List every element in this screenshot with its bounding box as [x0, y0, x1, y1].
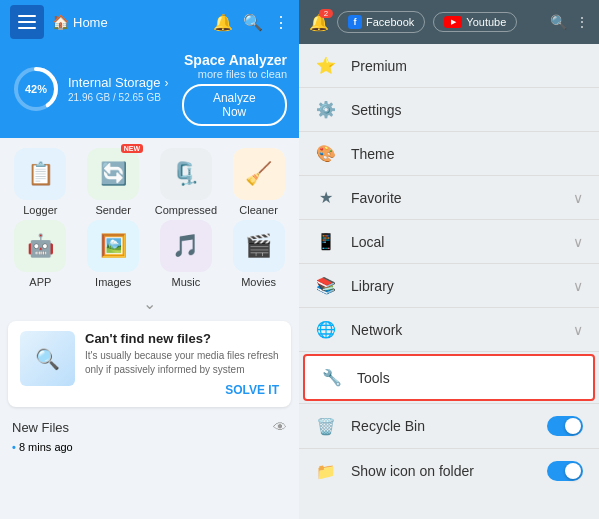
app-item-music[interactable]: 🎵 Music: [152, 220, 221, 288]
youtube-icon: ▶: [444, 16, 462, 28]
drawer-item-tools[interactable]: 🔧 Tools: [303, 354, 595, 401]
left-panel: 🏠 Home 🔔 🔍 ⋮ 42% I: [0, 0, 299, 519]
new-files-row: New Files 👁: [0, 413, 299, 439]
images-icon: 🖼️: [87, 220, 139, 272]
settings-icon: ⚙️: [315, 100, 337, 119]
music-label: Music: [172, 276, 201, 288]
cleaner-icon: 🧹: [233, 148, 285, 200]
logger-icon: 📋: [14, 148, 66, 200]
time-ago: • 8 mins ago: [0, 439, 299, 455]
analyzer-section: Space Analyzer more files to clean Analy…: [182, 52, 288, 126]
network-chevron-icon: ∨: [573, 322, 583, 338]
storage-percent: 42%: [25, 83, 47, 95]
storage-arrow-icon: ›: [165, 76, 169, 90]
drawer-item-premium[interactable]: ⭐ Premium: [299, 44, 599, 87]
app-grid: 📋 Logger 🔄 NEW Sender 🗜️ Compressed 🧹 Cl…: [0, 138, 299, 292]
expand-grid-button[interactable]: ⌄: [0, 292, 299, 315]
app-icon: 🤖: [14, 220, 66, 272]
menu-button[interactable]: [10, 5, 44, 39]
home-button[interactable]: 🏠 Home: [52, 14, 108, 30]
drawer-list: ⭐ Premium ⚙️ Settings 🎨 Theme ★ Favorite…: [299, 44, 599, 519]
sender-icon: 🔄 NEW: [87, 148, 139, 200]
storage-info: Internal Storage › 21.96 GB / 52.65 GB: [68, 75, 174, 103]
settings-label: Settings: [351, 102, 583, 118]
logger-label: Logger: [23, 204, 57, 216]
show-icon-toggle[interactable]: [547, 461, 583, 481]
notification-icon[interactable]: 🔔: [213, 13, 233, 32]
drawer-more-icon[interactable]: ⋮: [575, 14, 589, 30]
recycle-bin-icon: 🗑️: [315, 417, 337, 436]
folder-icon: 📁: [315, 462, 337, 481]
movies-label: Movies: [241, 276, 276, 288]
library-icon: 📚: [315, 276, 337, 295]
facebook-button[interactable]: f Facebook: [337, 11, 425, 33]
music-icon: 🎵: [160, 220, 212, 272]
drawer-top-bar: 🔔 2 f Facebook ▶ Youtube 🔍 ⋮: [299, 0, 599, 44]
facebook-icon: f: [348, 15, 362, 29]
drawer-search-icon[interactable]: 🔍: [550, 14, 567, 30]
drawer-item-recycle-bin[interactable]: 🗑️ Recycle Bin: [299, 404, 599, 448]
analyzer-subtitle: more files to clean: [198, 68, 287, 80]
top-icons: 🔔 🔍 ⋮: [213, 13, 289, 32]
info-illustration: 🔍: [20, 331, 75, 386]
library-label: Library: [351, 278, 559, 294]
cleaner-label: Cleaner: [239, 204, 278, 216]
app-item-cleaner[interactable]: 🧹 Cleaner: [224, 148, 293, 216]
compressed-label: Compressed: [155, 204, 217, 216]
storage-analyzer-row: 42% Internal Storage › 21.96 GB / 52.65 …: [0, 44, 299, 138]
analyze-now-button[interactable]: Analyze Now: [182, 84, 288, 126]
info-content: Can't find new files? It's usually becau…: [85, 331, 279, 397]
drawer-item-settings[interactable]: ⚙️ Settings: [299, 88, 599, 131]
local-icon: 📱: [315, 232, 337, 251]
premium-icon: ⭐: [315, 56, 337, 75]
storage-progress: 42%: [12, 65, 60, 113]
compressed-icon: 🗜️: [160, 148, 212, 200]
drawer-top-icons: 🔍 ⋮: [550, 14, 589, 30]
info-body: It's usually because your media files re…: [85, 349, 279, 377]
new-badge: NEW: [121, 144, 143, 153]
youtube-label: Youtube: [466, 16, 506, 28]
drawer-item-local[interactable]: 📱 Local ∨: [299, 220, 599, 263]
theme-label: Theme: [351, 146, 583, 162]
app-item-compressed[interactable]: 🗜️ Compressed: [152, 148, 221, 216]
more-icon[interactable]: ⋮: [273, 13, 289, 32]
new-files-label: New Files: [12, 420, 69, 435]
app-container: 🏠 Home 🔔 🔍 ⋮ 42% I: [0, 0, 599, 519]
local-chevron-icon: ∨: [573, 234, 583, 250]
drawer-item-show-icon[interactable]: 📁 Show icon on folder: [299, 449, 599, 493]
notification-count: 2: [319, 9, 333, 18]
info-title: Can't find new files?: [85, 331, 279, 346]
app-item-movies[interactable]: 🎬 Movies: [224, 220, 293, 288]
home-icon: 🏠: [52, 14, 69, 30]
app-item-sender[interactable]: 🔄 NEW Sender: [79, 148, 148, 216]
local-label: Local: [351, 234, 559, 250]
eye-icon[interactable]: 👁: [273, 419, 287, 435]
top-bar: 🏠 Home 🔔 🔍 ⋮: [0, 0, 299, 44]
storage-title[interactable]: Internal Storage ›: [68, 75, 174, 90]
notification-badge[interactable]: 🔔 2: [309, 13, 329, 32]
drawer-item-favorite[interactable]: ★ Favorite ∨: [299, 176, 599, 219]
recycle-bin-label: Recycle Bin: [351, 418, 533, 434]
recycle-bin-toggle[interactable]: [547, 416, 583, 436]
network-label: Network: [351, 322, 559, 338]
app-item-app[interactable]: 🤖 APP: [6, 220, 75, 288]
info-card: 🔍 Can't find new files? It's usually bec…: [8, 321, 291, 407]
sender-label: Sender: [95, 204, 130, 216]
theme-icon: 🎨: [315, 144, 337, 163]
favorite-label: Favorite: [351, 190, 559, 206]
youtube-button[interactable]: ▶ Youtube: [433, 12, 517, 32]
app-label: APP: [29, 276, 51, 288]
favorite-chevron-icon: ∨: [573, 190, 583, 206]
drawer-item-network[interactable]: 🌐 Network ∨: [299, 308, 599, 351]
analyzer-title: Space Analyzer: [184, 52, 287, 68]
premium-label: Premium: [351, 58, 583, 74]
app-item-images[interactable]: 🖼️ Images: [79, 220, 148, 288]
navigation-drawer: 🔔 2 f Facebook ▶ Youtube 🔍 ⋮ ⭐ Premium: [299, 0, 599, 519]
search-icon[interactable]: 🔍: [243, 13, 263, 32]
library-chevron-icon: ∨: [573, 278, 583, 294]
drawer-item-library[interactable]: 📚 Library ∨: [299, 264, 599, 307]
drawer-item-theme[interactable]: 🎨 Theme: [299, 132, 599, 175]
movies-icon: 🎬: [233, 220, 285, 272]
solve-button[interactable]: SOLVE IT: [85, 383, 279, 397]
app-item-logger[interactable]: 📋 Logger: [6, 148, 75, 216]
